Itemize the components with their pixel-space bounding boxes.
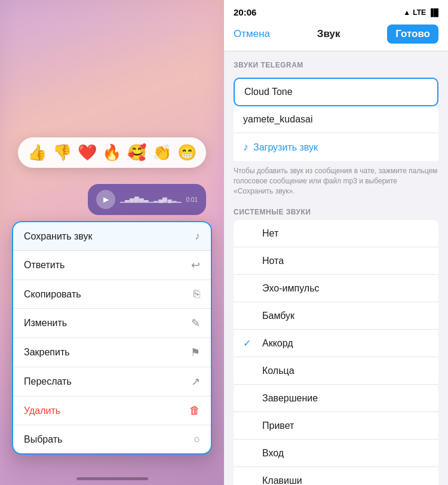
menu-item-save[interactable]: Сохранить звук ♪ — [13, 222, 211, 251]
menu-item-select-label: Выбрать — [24, 434, 62, 445]
menu-item-select[interactable]: Выбрать ○ — [13, 425, 211, 453]
signal-icon: ▲ — [403, 8, 410, 17]
system-sounds-list: ✓ Нет ✓ Нота ✓ Эхо-импульс ✓ Бамбук ✓ Ак… — [234, 220, 438, 485]
menu-item-pin[interactable]: Закрепить ⚑ — [13, 338, 211, 367]
left-panel: 👍 👎 ❤️ 🔥 🥰 👏 😁 ▶ ▁▃▅▇▅▃▁▂▄▆▄▂▁ 0:01 Сохр… — [0, 0, 224, 485]
reaction-fire[interactable]: 🔥 — [102, 143, 121, 162]
upload-sound-item[interactable]: ♪ Загрузить звук — [234, 133, 438, 161]
voice-message-bubble[interactable]: ▶ ▁▃▅▇▅▃▁▂▄▆▄▂▁ 0:01 — [88, 184, 206, 215]
cloud-tone-item[interactable]: Cloud Tone — [234, 78, 438, 106]
sound-item-net[interactable]: ✓ Нет — [234, 220, 438, 247]
content-scroll[interactable]: ЗВУКИ TELEGRAM Cloud Tone yamete_kudasai… — [224, 51, 448, 485]
sound-label-net: Нет — [262, 228, 278, 239]
sound-label-zavershenie: Завершение — [262, 393, 318, 404]
sound-label-privet: Привет — [262, 420, 294, 431]
menu-item-pin-label: Закрепить — [24, 347, 70, 358]
hint-text: Чтобы добавить звук из сообщения в чате,… — [224, 161, 448, 198]
sound-label-nota: Нота — [262, 256, 284, 266]
system-section-header: СИСТЕМНЫЕ ЗВУКИ — [224, 198, 448, 220]
play-button[interactable]: ▶ — [96, 190, 115, 209]
checkmark-akkord: ✓ — [243, 337, 255, 349]
battery-icon: ▐█ — [428, 8, 438, 17]
copy-icon: ⎘ — [194, 288, 200, 300]
menu-item-forward-label: Переслать — [24, 376, 72, 387]
reaction-bar[interactable]: 👍 👎 ❤️ 🔥 🥰 👏 😁 — [18, 137, 206, 168]
yamete-kudasai-label: yamete_kudasai — [243, 114, 313, 124]
reaction-clap[interactable]: 👏 — [152, 143, 171, 162]
menu-item-delete[interactable]: Удалить 🗑 — [13, 397, 211, 425]
yamete-kudasai-item[interactable]: yamete_kudasai — [234, 106, 438, 133]
cancel-button[interactable]: Отмена — [234, 28, 270, 40]
sound-item-klavishi[interactable]: ✓ Клавиши — [234, 467, 438, 485]
reaction-love[interactable]: 🥰 — [127, 143, 146, 162]
voice-duration: 0:01 — [186, 197, 198, 203]
select-icon: ○ — [194, 433, 200, 446]
nav-title: Звук — [317, 28, 340, 40]
reaction-heart[interactable]: ❤️ — [78, 143, 97, 162]
sound-item-privet[interactable]: ✓ Привет — [234, 412, 438, 440]
sound-item-akkord[interactable]: ✓ Аккорд — [234, 330, 438, 357]
sound-label-akkord: Аккорд — [262, 338, 293, 349]
menu-item-reply[interactable]: Ответить ↩ — [13, 251, 211, 280]
reply-icon: ↩ — [191, 259, 200, 272]
waveform: ▁▃▅▇▅▃▁▂▄▆▄▂▁ — [120, 197, 181, 202]
status-time: 20:06 — [234, 7, 256, 17]
telegram-section-header: ЗВУКИ TELEGRAM — [224, 51, 448, 73]
pin-icon: ⚑ — [191, 346, 200, 359]
menu-item-edit[interactable]: Изменить ✎ — [13, 309, 211, 338]
delete-icon: 🗑 — [189, 404, 200, 417]
sound-item-bambuk[interactable]: ✓ Бамбук — [234, 302, 438, 330]
edit-icon: ✎ — [191, 317, 200, 330]
sound-label-bambuk: Бамбук — [262, 311, 294, 321]
sound-item-kolca[interactable]: ✓ Кольца — [234, 357, 438, 385]
sound-item-zavershenie[interactable]: ✓ Завершение — [234, 385, 438, 412]
context-menu: Сохранить звук ♪ Ответить ↩ Скопировать … — [12, 221, 212, 455]
sound-label-klavishi: Клавиши — [262, 475, 302, 485]
menu-item-reply-label: Ответить — [24, 260, 65, 271]
menu-item-copy[interactable]: Скопировать ⎘ — [13, 280, 211, 309]
sound-label-echo: Эхо-импульс — [262, 283, 319, 294]
upload-sound-label: Загрузить звук — [253, 142, 318, 153]
sound-label-kolca: Кольца — [262, 366, 294, 376]
sound-item-vhod[interactable]: ✓ Вход — [234, 440, 438, 467]
nav-bar: Отмена Звук Готово — [224, 20, 448, 51]
reaction-thumbsup[interactable]: 👍 — [27, 143, 47, 162]
forward-icon: ↗ — [191, 375, 200, 388]
menu-item-forward[interactable]: Переслать ↗ — [13, 367, 211, 397]
upload-icon: ♪ — [243, 141, 248, 154]
menu-item-delete-label: Удалить — [24, 406, 60, 416]
status-icons: ▲ LTE ▐█ — [403, 8, 438, 17]
right-panel: 20:06 ▲ LTE ▐█ Отмена Звук Готово ЗВУКИ … — [224, 0, 448, 485]
reaction-thumbsdown[interactable]: 👎 — [53, 143, 72, 162]
sound-label-vhod: Вход — [262, 448, 284, 459]
status-bar: 20:06 ▲ LTE ▐█ — [224, 0, 448, 20]
sound-item-nota[interactable]: ✓ Нота — [234, 247, 438, 275]
done-button[interactable]: Готово — [387, 24, 438, 44]
cloud-tone-label: Cloud Tone — [244, 87, 293, 97]
menu-item-copy-label: Скопировать — [24, 289, 81, 300]
save-sound-icon: ♪ — [195, 230, 200, 242]
reaction-grin[interactable]: 😁 — [177, 143, 197, 162]
home-indicator — [76, 477, 148, 480]
lte-label: LTE — [413, 8, 426, 17]
menu-item-save-label: Сохранить звук — [24, 231, 92, 242]
menu-item-edit-label: Изменить — [24, 318, 67, 329]
sound-item-echo[interactable]: ✓ Эхо-импульс — [234, 275, 438, 302]
